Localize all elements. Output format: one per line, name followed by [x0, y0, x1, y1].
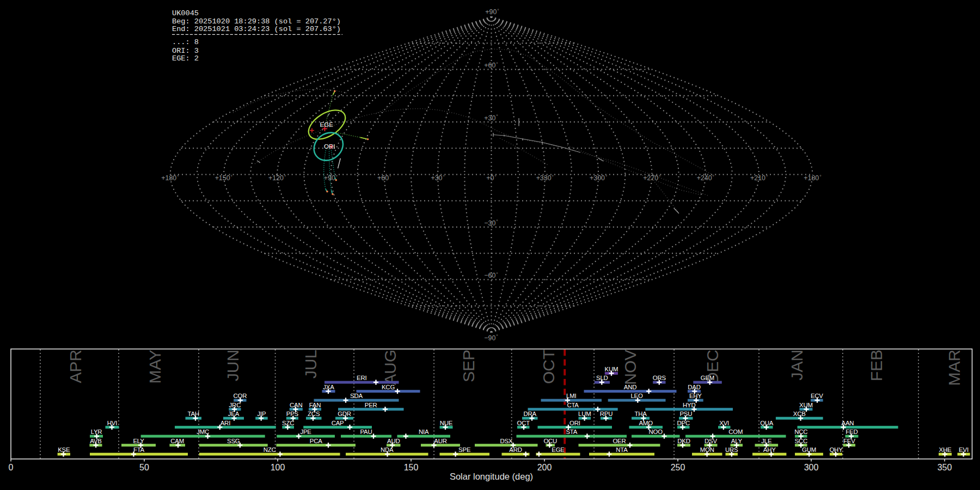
svg-text:URS: URS — [725, 446, 738, 453]
svg-text:SLD: SLD — [596, 375, 608, 381]
svg-text:50: 50 — [139, 463, 149, 472]
svg-text:XVI: XVI — [719, 420, 729, 426]
svg-text:AUG: AUG — [381, 350, 399, 385]
svg-text:+240°: +240° — [697, 174, 714, 182]
svg-text:+300°: +300° — [590, 174, 607, 182]
svg-text:UK0045: UK0045 — [172, 9, 199, 17]
svg-text:KCG: KCG — [382, 384, 395, 390]
svg-text:ECV: ECV — [811, 393, 823, 399]
svg-text:ARI: ARI — [220, 420, 230, 426]
svg-text:PER: PER — [365, 402, 377, 408]
svg-text:FEB: FEB — [867, 350, 885, 381]
svg-text:DKD: DKD — [677, 438, 690, 444]
svg-text:PCA: PCA — [310, 438, 322, 444]
svg-text:DPC: DPC — [677, 420, 689, 426]
svg-text:GEM: GEM — [701, 375, 714, 381]
svg-text:MON: MON — [700, 446, 714, 453]
svg-text:NZC: NZC — [264, 446, 276, 453]
svg-text:CAP: CAP — [332, 420, 344, 426]
svg-text:PAU: PAU — [360, 428, 372, 435]
svg-text:AAN: AAN — [842, 420, 854, 426]
svg-text:ORI: 3: ORI: 3 — [172, 47, 199, 55]
svg-text:RPU: RPU — [600, 411, 612, 417]
svg-text:Solar longitude (deg): Solar longitude (deg) — [450, 471, 533, 481]
svg-text:KSE: KSE — [58, 446, 70, 453]
svg-text:GDR: GDR — [338, 411, 351, 417]
svg-text:LMI: LMI — [566, 393, 576, 399]
svg-text:ALY: ALY — [731, 438, 743, 444]
svg-text:FTA: FTA — [133, 446, 145, 453]
svg-text:LUM: LUM — [578, 411, 591, 417]
svg-text:DAD: DAD — [688, 384, 700, 390]
svg-text:+180°: +180° — [161, 174, 179, 182]
svg-text:ZCS: ZCS — [308, 411, 320, 417]
svg-text:DSV: DSV — [705, 438, 717, 444]
svg-text:...: 8: ...: 8 — [172, 38, 199, 46]
svg-text:SCC: SCC — [794, 438, 807, 444]
svg-text:MAR: MAR — [945, 350, 963, 386]
svg-text:AMO: AMO — [639, 420, 653, 426]
svg-text:ORI: ORI — [324, 143, 335, 150]
svg-text:COM: COM — [728, 428, 743, 435]
svg-text:EVI: EVI — [959, 446, 969, 453]
svg-text:SPE: SPE — [458, 446, 471, 453]
svg-text:+150°: +150° — [215, 174, 232, 182]
svg-text:NTA: NTA — [616, 446, 628, 453]
svg-text:CTA: CTA — [567, 402, 579, 408]
svg-text:OCU: OCU — [543, 438, 557, 444]
svg-text:+330°: +330° — [536, 174, 554, 182]
svg-text:100: 100 — [271, 463, 285, 472]
svg-text:JUN: JUN — [224, 350, 242, 381]
svg-text:NCC: NCC — [794, 428, 807, 435]
svg-text:NOO: NOO — [649, 428, 663, 435]
svg-text:HVI: HVI — [107, 420, 117, 426]
svg-text:NDA: NDA — [381, 446, 394, 453]
svg-text:XCB: XCB — [793, 411, 806, 417]
svg-text:JPE: JPE — [300, 428, 311, 435]
svg-text:JMC: JMC — [197, 428, 209, 435]
svg-text:XHE: XHE — [939, 446, 952, 453]
svg-text:AUR: AUR — [434, 438, 446, 444]
svg-text:End: 20251021 03:24:23 (sol =: End: 20251021 03:24:23 (sol = 207.63°) — [172, 25, 341, 33]
svg-text:AVB: AVB — [90, 438, 101, 444]
svg-text:HYD: HYD — [683, 402, 695, 408]
svg-text:ERI: ERI — [357, 375, 366, 381]
svg-text:MAY: MAY — [146, 350, 164, 384]
svg-text:FAN: FAN — [309, 402, 321, 408]
svg-text:QHY: QHY — [829, 446, 843, 453]
svg-text:200: 200 — [537, 463, 552, 472]
svg-text:0: 0 — [9, 463, 14, 472]
svg-text:AHY: AHY — [763, 446, 776, 453]
svg-text:JRC: JRC — [229, 402, 241, 408]
svg-text:QUA: QUA — [760, 420, 774, 426]
svg-text:SSG: SSG — [227, 438, 240, 444]
svg-text:NOV: NOV — [621, 350, 639, 385]
svg-text:150: 150 — [404, 463, 419, 472]
svg-text:OER: OER — [612, 438, 626, 444]
svg-text:STA: STA — [566, 428, 577, 435]
svg-text:PPS: PPS — [286, 411, 299, 417]
svg-text:TAH: TAH — [188, 411, 199, 417]
svg-text:JUL: JUL — [302, 350, 320, 378]
svg-text:JEA: JEA — [228, 411, 240, 417]
svg-text:EGE: EGE — [320, 121, 334, 128]
svg-text:+180°: +180° — [804, 174, 821, 182]
svg-text:NIA: NIA — [419, 428, 429, 435]
svg-text:KUM: KUM — [605, 366, 618, 372]
svg-text:EGE: 2: EGE: 2 — [172, 54, 199, 63]
svg-text:EGE: EGE — [552, 446, 565, 453]
svg-text:DRA: DRA — [523, 411, 536, 417]
svg-text:ARD: ARD — [509, 446, 522, 453]
svg-text:FEV: FEV — [843, 438, 855, 444]
svg-text:SDA: SDA — [350, 393, 363, 399]
svg-text:+120°: +120° — [268, 174, 286, 182]
svg-text:CAM: CAM — [170, 438, 184, 444]
svg-text:JAN: JAN — [788, 350, 806, 381]
svg-text:LEO: LEO — [630, 393, 643, 399]
svg-text:SZC: SZC — [282, 420, 294, 426]
svg-text:APR: APR — [66, 350, 84, 383]
svg-text:OCT: OCT — [540, 350, 558, 384]
svg-text:300: 300 — [804, 463, 819, 472]
svg-text:Beg: 20251020 18:29:38 (sol =: Beg: 20251020 18:29:38 (sol = 207.27°) — [172, 17, 341, 26]
svg-text:GUM: GUM — [802, 446, 816, 453]
